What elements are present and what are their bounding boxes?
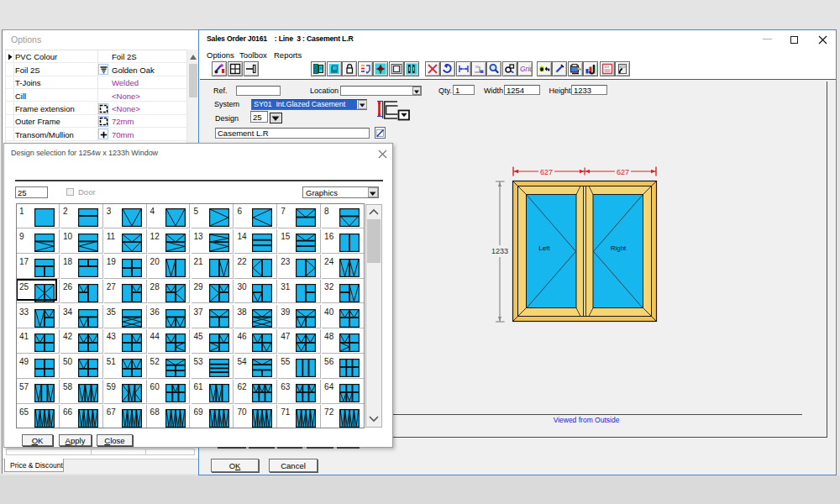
svg-text:1233: 1233 bbox=[491, 247, 508, 255]
svg-text:Grid: Grid bbox=[520, 65, 532, 73]
svg-text:627: 627 bbox=[540, 168, 553, 176]
svg-text:Right: Right bbox=[611, 244, 627, 252]
svg-text:627: 627 bbox=[617, 168, 629, 176]
svg-text:Left: Left bbox=[538, 244, 550, 252]
